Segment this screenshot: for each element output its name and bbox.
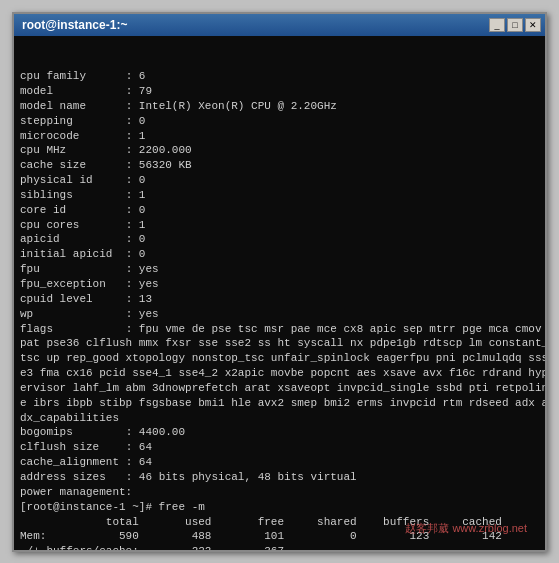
window-title: root@instance-1:~ — [18, 18, 127, 32]
maximize-button[interactable]: □ — [507, 18, 523, 32]
title-bar: root@instance-1:~ _ □ ✕ — [14, 14, 545, 36]
terminal-output[interactable]: cpu family : 6model : 79model name : Int… — [14, 36, 545, 550]
minimize-button[interactable]: _ — [489, 18, 505, 32]
window-controls: _ □ ✕ — [489, 18, 541, 32]
close-button[interactable]: ✕ — [525, 18, 541, 32]
terminal-window: root@instance-1:~ _ □ ✕ cpu family : 6mo… — [12, 12, 547, 552]
